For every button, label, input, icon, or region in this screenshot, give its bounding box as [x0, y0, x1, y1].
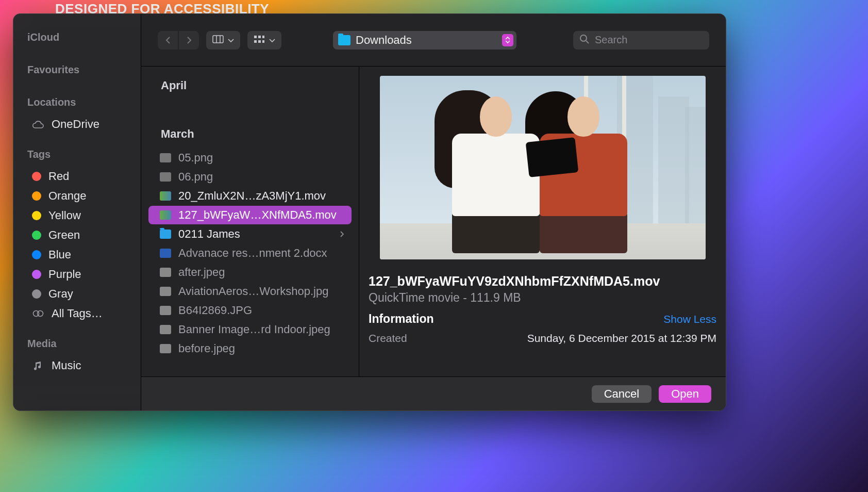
file-name: 127_bWFyaW…XNfMDA5.mov [178, 208, 337, 222]
sidebar-item-onedrive[interactable]: OneDrive [13, 114, 141, 134]
tag-dot-icon [32, 231, 41, 240]
jpg-file-icon [160, 268, 171, 277]
svg-rect-6 [258, 36, 261, 38]
show-less-link[interactable]: Show Less [663, 313, 716, 325]
file-row[interactable]: AviationAeros…Workshop.jpg [148, 282, 352, 301]
file-row[interactable]: 127_bWFyaW…XNfMDA5.mov [148, 206, 352, 224]
file-name: 0211 James [178, 227, 240, 241]
file-row[interactable]: before.jpeg [148, 339, 352, 358]
group-icon [254, 35, 265, 45]
sidebar-section-tags[interactable]: Tags [13, 146, 141, 167]
music-note-icon [32, 359, 44, 372]
sidebar-item-label: Green [48, 228, 80, 242]
file-row[interactable]: 06.png [148, 168, 352, 186]
sidebar-tag-orange[interactable]: Orange [13, 186, 141, 206]
chevron-down-icon [228, 36, 234, 45]
file-name: 20_ZmluX2N…zA3MjY1.mov [178, 189, 326, 203]
sidebar-tag-purple[interactable]: Purple [13, 265, 141, 284]
sidebar-section-favourites[interactable]: Favourites [13, 62, 141, 82]
sidebar-item-label: All Tags… [52, 307, 103, 320]
sidebar-item-label: Yellow [48, 209, 81, 222]
file-row[interactable]: Advanace res…nment 2.docx [148, 244, 352, 263]
png-file-icon [160, 172, 171, 182]
mov-file-icon [160, 191, 171, 201]
cloud-icon [32, 118, 44, 130]
svg-rect-8 [254, 40, 257, 43]
sidebar-tag-green[interactable]: Green [13, 225, 141, 245]
date-group-april: April [141, 71, 359, 100]
preview-info-heading: Information [369, 312, 434, 326]
sidebar-tag-blue[interactable]: Blue [13, 245, 141, 265]
updown-chevrons-icon [502, 34, 513, 46]
jpg-file-icon [160, 325, 171, 334]
file-name: after.jpeg [178, 266, 225, 279]
chevron-down-icon [269, 36, 275, 45]
file-row[interactable]: B64I2869.JPG [148, 301, 352, 320]
search-input[interactable] [595, 34, 703, 46]
file-name: Advanace res…nment 2.docx [178, 247, 327, 260]
location-popup[interactable]: Downloads [333, 31, 516, 50]
sidebar-section-media[interactable]: Media [13, 336, 141, 356]
sidebar-section-locations[interactable]: Locations [13, 94, 141, 114]
svg-line-12 [586, 41, 589, 43]
file-row[interactable]: 20_ZmluX2N…zA3MjY1.mov [148, 187, 352, 205]
file-row[interactable]: Banner Image…rd Indoor.jpeg [148, 320, 352, 339]
sidebar-item-label: OneDrive [52, 118, 99, 131]
sidebar-item-music[interactable]: Music [13, 356, 141, 375]
preview-pane: 127_bWFyaWFuYV9zdXNhbmFfZXNfMDA5.mov Qui… [359, 67, 726, 376]
svg-rect-5 [254, 36, 257, 38]
svg-point-11 [580, 35, 587, 41]
tag-dot-icon [32, 172, 41, 181]
png-file-icon [160, 153, 171, 162]
file-name: 06.png [178, 170, 213, 184]
file-row[interactable]: 0211 James [148, 225, 352, 243]
mov-file-icon [160, 210, 171, 220]
preview-thumbnail [380, 76, 706, 259]
content-area: April March 05.png06.png20_ZmluX2N…zA3Mj… [141, 67, 726, 376]
sidebar-item-label: Red [48, 170, 69, 183]
file-name: 05.png [178, 151, 213, 165]
sidebar-section-icloud[interactable]: iCloud [13, 29, 141, 50]
tag-dot-icon [32, 289, 41, 299]
group-by-button[interactable] [247, 31, 281, 50]
chevron-right-icon [340, 227, 344, 241]
preview-created-value: Sunday, 6 December 2015 at 12:39 PM [527, 332, 716, 345]
open-button[interactable]: Open [659, 385, 711, 403]
sidebar-tag-red[interactable]: Red [13, 167, 141, 186]
sidebar-all-tags[interactable]: All Tags… [13, 304, 141, 323]
preview-kind: QuickTime movie - 111.9 MB [369, 291, 716, 305]
columns-icon [212, 35, 224, 45]
file-list-column[interactable]: April March 05.png06.png20_ZmluX2N…zA3Mj… [141, 67, 359, 376]
cancel-button[interactable]: Cancel [592, 385, 652, 403]
folder-file-icon [160, 229, 171, 239]
tag-dot-icon [32, 250, 41, 259]
sidebar-tag-yellow[interactable]: Yellow [13, 206, 141, 225]
preview-filename: 127_bWFyaWFuYV9zdXNhbmFfZXNfMDA5.mov [369, 274, 716, 289]
svg-point-1 [38, 311, 43, 317]
sidebar-tag-gray[interactable]: Gray [13, 284, 141, 304]
view-columns-button[interactable] [206, 31, 240, 50]
search-field[interactable] [573, 31, 709, 50]
folder-icon [338, 35, 350, 45]
dialog-footer: Cancel Open [141, 376, 726, 411]
forward-button[interactable] [179, 31, 199, 50]
file-row[interactable]: 05.png [148, 149, 352, 167]
open-file-dialog: iCloud Favourites Locations OneDrive Tag… [13, 13, 726, 411]
file-name: Banner Image…rd Indoor.jpeg [178, 323, 330, 336]
sidebar-item-label: Blue [48, 248, 71, 261]
toolbar: Downloads [141, 14, 726, 67]
docx-file-icon [160, 249, 171, 258]
sidebar-item-label: Gray [48, 287, 73, 301]
file-name: B64I2869.JPG [178, 304, 252, 317]
sidebar-item-label: Music [52, 359, 81, 372]
nav-history-group [158, 31, 199, 50]
file-name: before.jpeg [178, 342, 235, 355]
back-button[interactable] [158, 31, 178, 50]
tag-dot-icon [32, 191, 41, 201]
file-row[interactable]: after.jpeg [148, 263, 352, 282]
svg-rect-7 [262, 36, 264, 38]
location-label: Downloads [356, 34, 412, 47]
jpg-file-icon [160, 287, 171, 296]
all-tags-icon [32, 307, 44, 320]
svg-rect-2 [213, 36, 223, 43]
